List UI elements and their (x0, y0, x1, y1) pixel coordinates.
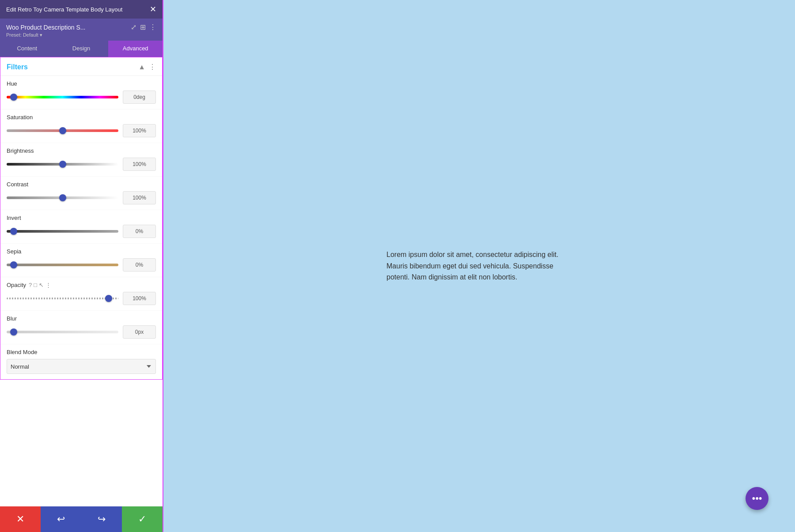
opacity-more-icon[interactable]: ⋮ (45, 282, 51, 288)
blur-row: Blur (0, 311, 162, 344)
invert-controls (7, 225, 156, 238)
opacity-controls (7, 292, 156, 305)
invert-thumb[interactable] (10, 228, 17, 235)
sepia-track (7, 264, 118, 266)
widget-expand-icon[interactable]: ⤢ (131, 23, 136, 31)
opacity-row: Opacity ? □ ↖ ⋮ (0, 277, 162, 311)
title-bar: Edit Retro Toy Camera Template Body Layo… (0, 0, 163, 19)
brightness-controls (7, 158, 156, 171)
lorem-text: Lorem ipsum dolor sit amet, consectetur … (386, 249, 572, 283)
filters-collapse-icon[interactable]: ▲ (138, 63, 145, 71)
bottom-toolbar: ✕ ↩ ↪ ✓ (0, 506, 163, 532)
sepia-row: Sepia (0, 244, 162, 277)
blend-mode-label: Blend Mode (7, 349, 156, 355)
opacity-label-icons: ? □ ↖ ⋮ (29, 282, 51, 288)
hue-thumb[interactable] (10, 94, 17, 101)
brightness-slider-container[interactable] (7, 160, 118, 169)
sepia-controls (7, 258, 156, 272)
sepia-thumb[interactable] (10, 261, 17, 268)
hue-label: Hue (7, 80, 156, 87)
invert-row: Invert (0, 210, 162, 244)
opacity-track (7, 298, 118, 299)
saturation-slider-container[interactable] (7, 126, 118, 135)
contrast-thumb[interactable] (59, 194, 66, 201)
right-canvas: Lorem ipsum dolor sit amet, consectetur … (163, 0, 795, 532)
invert-value-input[interactable] (123, 225, 156, 238)
filters-title: Filters (7, 63, 28, 71)
saturation-controls (7, 124, 156, 137)
widget-icons: ⤢ ⊞ ⋮ (131, 23, 156, 31)
contrast-row: Contrast (0, 177, 162, 210)
filters-more-icon[interactable]: ⋮ (149, 63, 156, 71)
saturation-track (7, 129, 118, 132)
blur-label: Blur (7, 315, 156, 322)
tabs: Content Design Advanced (0, 41, 163, 57)
widget-title: Woo Product Description S... (6, 24, 85, 31)
sepia-value-input[interactable] (123, 258, 156, 272)
blur-controls (7, 325, 156, 339)
brightness-label: Brightness (7, 147, 156, 154)
invert-track (7, 230, 118, 233)
widget-header: Woo Product Description S... ⤢ ⊞ ⋮ Prese… (0, 19, 163, 41)
hue-track (7, 96, 118, 98)
blur-thumb[interactable] (10, 328, 17, 336)
hue-controls (7, 91, 156, 104)
blur-track (7, 331, 118, 333)
title-bar-text: Edit Retro Toy Camera Template Body Layo… (6, 6, 122, 13)
invert-label: Invert (7, 215, 156, 221)
brightness-row: Brightness (0, 143, 162, 177)
contrast-value-input[interactable] (123, 191, 156, 204)
discard-button[interactable]: ✕ (0, 506, 41, 532)
hue-slider-container[interactable] (7, 93, 118, 102)
saturation-thumb[interactable] (59, 127, 66, 134)
panel-content: Filters ▲ ⋮ Hue (0, 57, 163, 506)
redo-button[interactable]: ↪ (81, 506, 122, 532)
contrast-track (7, 196, 118, 199)
opacity-label: Opacity ? □ ↖ ⋮ (7, 282, 156, 288)
undo-button[interactable]: ↩ (41, 506, 81, 532)
fab-button[interactable]: ••• (746, 487, 768, 510)
opacity-value-input[interactable] (123, 292, 156, 305)
brightness-track (7, 163, 118, 166)
saturation-label: Saturation (7, 114, 156, 121)
sepia-label: Sepia (7, 248, 156, 255)
blur-value-input[interactable] (123, 325, 156, 339)
tab-content[interactable]: Content (0, 41, 54, 57)
tab-design[interactable]: Design (54, 41, 109, 57)
hue-row: Hue (0, 76, 162, 109)
blend-mode-select[interactable]: Normal Multiply Screen Overlay Darken Li… (7, 359, 156, 374)
brightness-value-input[interactable] (123, 158, 156, 171)
filters-header-icons: ▲ ⋮ (138, 63, 156, 71)
sepia-slider-container[interactable] (7, 260, 118, 269)
fab-dots-icon: ••• (752, 493, 762, 504)
widget-title-row: Woo Product Description S... ⤢ ⊞ ⋮ (6, 23, 156, 31)
hue-value-input[interactable] (123, 91, 156, 104)
widget-layout-icon[interactable]: ⊞ (140, 23, 146, 31)
left-panel: Edit Retro Toy Camera Template Body Layo… (0, 0, 163, 532)
saturation-row: Saturation (0, 109, 162, 143)
saturation-value-input[interactable] (123, 124, 156, 137)
brightness-thumb[interactable] (59, 161, 66, 168)
opacity-device-icon[interactable]: □ (34, 282, 37, 288)
widget-preset[interactable]: Preset: Default ▾ (6, 32, 156, 38)
blur-slider-container[interactable] (7, 328, 118, 336)
contrast-controls (7, 191, 156, 204)
opacity-slider-container[interactable] (7, 294, 118, 303)
opacity-cursor-icon[interactable]: ↖ (39, 282, 44, 288)
filters-section: Filters ▲ ⋮ Hue (0, 57, 163, 380)
invert-slider-container[interactable] (7, 227, 118, 236)
filters-header: Filters ▲ ⋮ (0, 57, 162, 76)
blend-mode-row: Blend Mode Normal Multiply Screen Overla… (0, 344, 162, 379)
contrast-label: Contrast (7, 181, 156, 188)
widget-more-icon[interactable]: ⋮ (149, 23, 156, 31)
tab-advanced[interactable]: Advanced (108, 41, 163, 57)
save-button[interactable]: ✓ (122, 506, 163, 532)
opacity-help-icon[interactable]: ? (29, 282, 32, 288)
opacity-thumb[interactable] (105, 295, 112, 302)
contrast-slider-container[interactable] (7, 193, 118, 202)
title-bar-close-button[interactable]: ✕ (150, 4, 156, 14)
